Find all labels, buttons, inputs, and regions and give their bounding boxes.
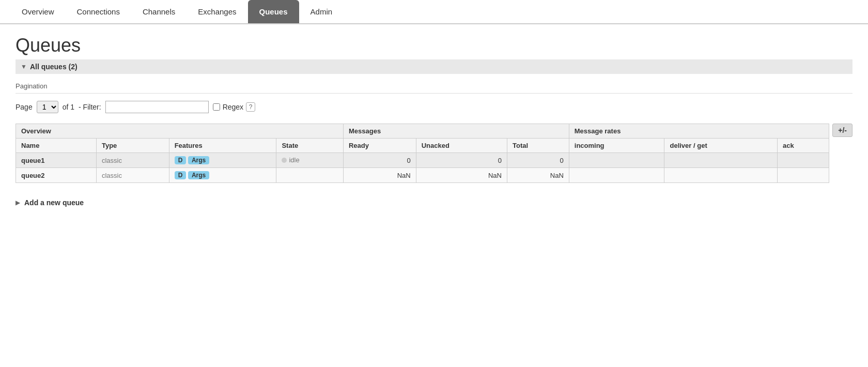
pagination-controls: Page 1 of 1 - Filter: Regex ? — [16, 101, 853, 113]
table-wrapper: Overview Messages Message rates Name Typ… — [16, 124, 853, 193]
section-header: ▼ All queues (2) — [16, 59, 853, 74]
cell-name[interactable]: queue1 — [16, 153, 97, 168]
section-title: All queues (2) — [30, 63, 78, 71]
col-header-state: State — [276, 139, 344, 153]
col-header-incoming: incoming — [569, 139, 664, 153]
page-content: Queues ▼ All queues (2) Pagination Page … — [0, 24, 868, 217]
badge-d: D — [175, 171, 187, 179]
idle-dot-icon — [282, 158, 287, 163]
cell-deliver-get — [664, 168, 778, 183]
cell-total: 0 — [507, 153, 569, 168]
col-header-deliver-get: deliver / get — [664, 139, 778, 153]
table-row: queue2classicD ArgsNaNNaNNaN — [16, 168, 829, 183]
of-label: of 1 — [63, 103, 74, 111]
idle-indicator: idle — [282, 156, 299, 164]
col-header-total: Total — [507, 139, 569, 153]
pagination-label: Pagination — [16, 82, 853, 94]
nav-item-overview[interactable]: Overview — [10, 0, 66, 23]
regex-checkbox[interactable] — [213, 103, 220, 111]
section-arrow-icon: ▼ — [21, 63, 27, 70]
add-queue-section[interactable]: ▶ Add a new queue — [16, 198, 853, 207]
cell-ready: NaN — [343, 168, 416, 183]
page-title: Queues — [16, 35, 853, 56]
nav-item-admin[interactable]: Admin — [299, 0, 344, 23]
regex-container: Regex ? — [213, 102, 255, 112]
cell-state — [276, 168, 344, 183]
badge-args: Args — [188, 171, 209, 179]
col-header-name: Name — [16, 139, 97, 153]
cell-type: classic — [96, 168, 169, 183]
group-header-message-rates: Message rates — [569, 124, 829, 139]
cell-state: idle — [276, 153, 344, 168]
queue-table: Overview Messages Message rates Name Typ… — [16, 124, 829, 183]
nav-item-connections[interactable]: Connections — [66, 0, 131, 23]
cell-features: D Args — [169, 153, 276, 168]
col-header-features: Features — [169, 139, 276, 153]
nav-item-channels[interactable]: Channels — [131, 0, 187, 23]
page-label: Page — [16, 103, 33, 111]
cell-unacked: NaN — [416, 168, 507, 183]
nav-item-queues[interactable]: Queues — [248, 0, 299, 23]
table-row: queue1classicD Argsidle000 — [16, 153, 829, 168]
badge-d: D — [175, 156, 187, 164]
nav-item-exchanges[interactable]: Exchanges — [187, 0, 247, 23]
cell-ready: 0 — [343, 153, 416, 168]
cell-ack — [778, 153, 829, 168]
filter-label: - Filter: — [79, 103, 101, 111]
page-select[interactable]: 1 — [37, 101, 58, 113]
idle-label: idle — [289, 156, 299, 164]
add-queue-arrow-icon: ▶ — [16, 199, 20, 206]
cell-unacked: 0 — [416, 153, 507, 168]
cell-total: NaN — [507, 168, 569, 183]
plus-minus-button[interactable]: +/- — [832, 124, 853, 137]
cell-ack — [778, 168, 829, 183]
main-nav: Overview Connections Channels Exchanges … — [0, 0, 868, 24]
group-header-messages: Messages — [343, 124, 569, 139]
col-header-ack: ack — [778, 139, 829, 153]
add-queue-label: Add a new queue — [24, 198, 84, 207]
col-header-unacked: Unacked — [416, 139, 507, 153]
cell-deliver-get — [664, 153, 778, 168]
regex-label: Regex — [223, 103, 243, 111]
cell-incoming — [569, 168, 664, 183]
cell-features: D Args — [169, 168, 276, 183]
cell-type: classic — [96, 153, 169, 168]
filter-input[interactable] — [105, 101, 209, 113]
cell-incoming — [569, 153, 664, 168]
group-header-overview: Overview — [16, 124, 344, 139]
col-header-ready: Ready — [343, 139, 416, 153]
col-header-type: Type — [96, 139, 169, 153]
cell-name[interactable]: queue2 — [16, 168, 97, 183]
badge-args: Args — [188, 156, 209, 164]
regex-help-icon[interactable]: ? — [246, 102, 255, 112]
